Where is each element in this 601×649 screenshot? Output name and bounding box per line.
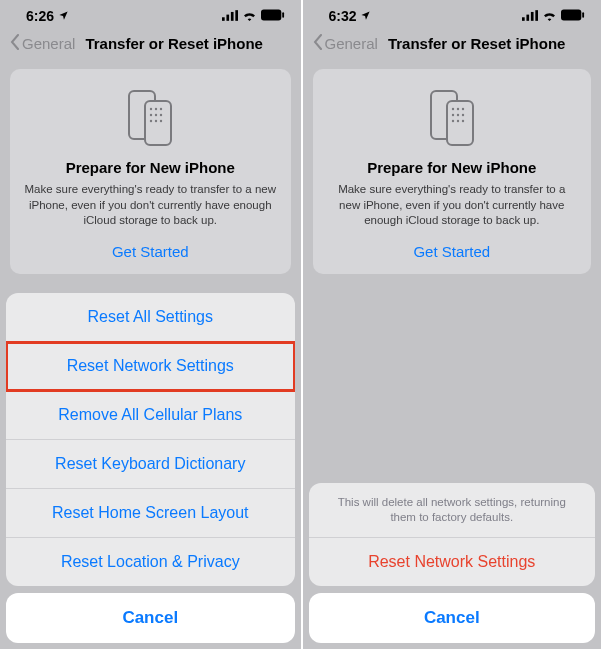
svg-point-13 (160, 114, 162, 116)
location-icon (360, 8, 371, 24)
nav-back-button[interactable]: General (10, 34, 75, 53)
two-phones-icon (121, 87, 179, 149)
left-screenshot: 6:26 General Transfer or Reset iPhone (0, 0, 301, 649)
nav-back-button[interactable]: General (313, 34, 378, 53)
svg-rect-5 (282, 12, 284, 18)
confirm-sheet: This will delete all network settings, r… (303, 483, 602, 649)
svg-point-30 (462, 114, 464, 116)
svg-point-27 (462, 108, 464, 110)
svg-point-33 (462, 120, 464, 122)
svg-point-12 (155, 114, 157, 116)
card-description: Make sure everything's ready to transfer… (327, 182, 578, 229)
chevron-left-icon (10, 34, 20, 53)
svg-point-14 (150, 120, 152, 122)
svg-point-32 (457, 120, 459, 122)
svg-rect-1 (226, 15, 229, 21)
card-description: Make sure everything's ready to transfer… (24, 182, 277, 229)
right-screenshot: 6:32 General Transfer or Reset iPhone (301, 0, 602, 649)
svg-rect-21 (561, 9, 581, 20)
confirm-group: This will delete all network settings, r… (309, 483, 596, 586)
battery-icon (561, 8, 585, 24)
reset-home-screen-option[interactable]: Reset Home Screen Layout (6, 489, 295, 538)
svg-point-25 (452, 108, 454, 110)
status-bar: 6:32 (303, 0, 602, 28)
wifi-icon (542, 8, 557, 24)
svg-point-15 (155, 120, 157, 122)
svg-point-16 (160, 120, 162, 122)
svg-point-10 (160, 108, 162, 110)
svg-point-26 (457, 108, 459, 110)
prepare-card: Prepare for New iPhone Make sure everyth… (10, 69, 291, 274)
nav-back-label: General (22, 35, 75, 52)
get-started-button[interactable]: Get Started (327, 243, 578, 260)
svg-rect-19 (531, 12, 534, 21)
confirm-reset-network-button[interactable]: Reset Network Settings (309, 538, 596, 586)
reset-all-settings-option[interactable]: Reset All Settings (6, 293, 295, 342)
nav-title: Transfer or Reset iPhone (85, 35, 263, 52)
svg-rect-18 (526, 15, 529, 21)
two-phones-icon (423, 87, 481, 149)
nav-bar: General Transfer or Reset iPhone (303, 28, 602, 59)
svg-point-31 (452, 120, 454, 122)
cancel-button[interactable]: Cancel (6, 593, 295, 643)
get-started-button[interactable]: Get Started (24, 243, 277, 260)
reset-network-settings-option[interactable]: Reset Network Settings (6, 342, 295, 391)
svg-rect-22 (582, 12, 584, 18)
svg-rect-20 (535, 10, 538, 21)
svg-point-8 (150, 108, 152, 110)
reset-keyboard-dictionary-option[interactable]: Reset Keyboard Dictionary (6, 440, 295, 489)
signal-icon (222, 8, 238, 24)
nav-title: Transfer or Reset iPhone (388, 35, 566, 52)
svg-point-29 (457, 114, 459, 116)
nav-back-label: General (325, 35, 378, 52)
signal-icon (522, 8, 538, 24)
svg-point-11 (150, 114, 152, 116)
svg-rect-17 (522, 17, 525, 21)
card-title: Prepare for New iPhone (24, 159, 277, 176)
prepare-card: Prepare for New iPhone Make sure everyth… (313, 69, 592, 274)
svg-point-28 (452, 114, 454, 116)
chevron-left-icon (313, 34, 323, 53)
reset-action-sheet: Reset All Settings Reset Network Setting… (0, 293, 301, 649)
svg-point-9 (155, 108, 157, 110)
svg-rect-3 (235, 10, 238, 21)
remove-cellular-plans-option[interactable]: Remove All Cellular Plans (6, 391, 295, 440)
svg-rect-24 (447, 101, 473, 145)
reset-location-privacy-option[interactable]: Reset Location & Privacy (6, 538, 295, 586)
confirm-message: This will delete all network settings, r… (309, 483, 596, 538)
wifi-icon (242, 8, 257, 24)
battery-icon (261, 8, 285, 24)
sheet-options-group: Reset All Settings Reset Network Setting… (6, 293, 295, 586)
status-time: 6:26 (26, 8, 54, 24)
svg-rect-4 (261, 9, 281, 20)
card-title: Prepare for New iPhone (327, 159, 578, 176)
nav-bar: General Transfer or Reset iPhone (0, 28, 301, 59)
status-time: 6:32 (329, 8, 357, 24)
svg-rect-7 (145, 101, 171, 145)
svg-rect-2 (230, 12, 233, 21)
cancel-button[interactable]: Cancel (309, 593, 596, 643)
location-icon (58, 8, 69, 24)
status-bar: 6:26 (0, 0, 301, 28)
svg-rect-0 (222, 17, 225, 21)
